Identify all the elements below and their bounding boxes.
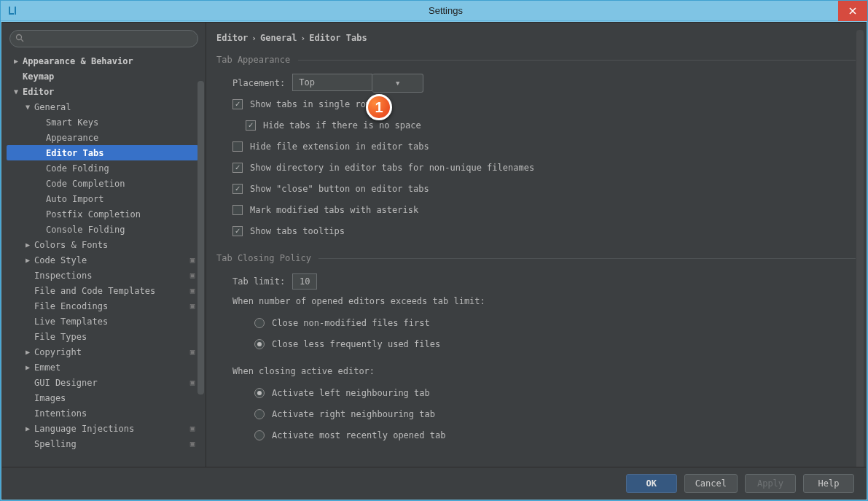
sidebar-item-label: Copyright (33, 347, 187, 357)
tree-arrow-icon: ▶ (11, 57, 21, 65)
sidebar-item-label: File Encodings (33, 301, 187, 311)
tree-arrow-icon: ▶ (23, 424, 33, 432)
cancel-button[interactable]: Cancel (684, 474, 738, 493)
search-input[interactable] (9, 30, 198, 47)
checkbox-label: Show directory in editor tabs for non-un… (250, 163, 534, 173)
sidebar-item-label: Spelling (33, 439, 187, 449)
main-scrollbar[interactable] (856, 30, 864, 467)
checkbox[interactable] (232, 141, 243, 152)
placement-label: Placement: (232, 78, 292, 88)
sidebar-item-auto-import[interactable]: Auto Import (7, 191, 198, 206)
sidebar-item-copyright[interactable]: ▶Copyright▣ (7, 344, 198, 360)
chevron-down-icon[interactable]: ▼ (372, 74, 423, 93)
checkbox-label: Show tabs in single row (250, 99, 371, 109)
project-scope-icon: ▣ (187, 378, 198, 387)
project-scope-icon: ▣ (187, 439, 198, 448)
tree-arrow-icon: ▼ (23, 103, 33, 111)
sidebar-item-code-folding[interactable]: Code Folding (7, 160, 198, 176)
sidebar-item-file-types[interactable]: File Types (7, 329, 198, 344)
close-window-button[interactable] (838, 1, 867, 21)
sidebar-item-label: Postfix Completion (44, 209, 198, 220)
sidebar-item-editor[interactable]: ▼Editor (7, 84, 198, 99)
sidebar-item-spelling[interactable]: Spelling▣ (7, 436, 198, 451)
apply-button[interactable]: Apply (745, 474, 796, 493)
sidebar-item-console-folding[interactable]: Console Folding (7, 222, 198, 237)
sidebar-item-label: Inspections (33, 271, 187, 281)
sidebar-item-colors-fonts[interactable]: ▶Colors & Fonts (7, 237, 198, 252)
placement-value[interactable] (292, 74, 372, 91)
sidebar-item-file-and-code-templates[interactable]: File and Code Templates▣ (7, 283, 198, 298)
checkbox-label: Mark modified tabs with asterisk (250, 205, 418, 215)
radio-label: Activate right neighbouring tab (272, 409, 435, 419)
sidebar-item-appearance-behavior[interactable]: ▶Appearance & Behavior (7, 53, 198, 69)
project-scope-icon: ▣ (187, 347, 198, 357)
sidebar-item-label: Images (33, 393, 198, 403)
sidebar-item-label: Colors & Fonts (33, 240, 198, 250)
radio[interactable] (254, 430, 265, 440)
sidebar-item-label: Smart Keys (44, 117, 198, 128)
radio-label: Close non-modified files first (272, 318, 430, 328)
sidebar-item-live-templates[interactable]: Live Templates (7, 314, 198, 329)
checkbox[interactable] (232, 226, 243, 236)
project-scope-icon: ▣ (187, 255, 198, 265)
sidebar-item-code-style[interactable]: ▶Code Style▣ (7, 252, 198, 268)
checkbox[interactable] (232, 205, 243, 215)
sidebar-item-code-completion[interactable]: Code Completion (7, 176, 198, 191)
sidebar-item-gui-designer[interactable]: GUI Designer▣ (7, 375, 198, 390)
sidebar-item-language-injections[interactable]: ▶Language Injections▣ (7, 421, 198, 436)
sidebar-item-emmet[interactable]: ▶Emmet (7, 360, 198, 375)
tab-limit-input[interactable] (292, 273, 317, 290)
svg-rect-0 (15, 7, 16, 15)
sidebar-item-label: Appearance & Behavior (21, 56, 198, 66)
breadcrumb: Editor›General›Editor Tabs (216, 30, 856, 53)
radio[interactable] (254, 318, 265, 328)
help-button[interactable]: Help (803, 474, 854, 493)
sidebar-item-file-encodings[interactable]: File Encodings▣ (7, 298, 198, 314)
sidebar-item-images[interactable]: Images (7, 390, 198, 405)
project-scope-icon: ▣ (187, 271, 198, 280)
checkbox[interactable] (232, 184, 243, 194)
checkbox-label: Show tabs tooltips (250, 226, 345, 236)
checkbox[interactable] (232, 163, 243, 173)
ok-button[interactable]: OK (626, 474, 677, 493)
sidebar-item-label: Code Style (33, 255, 187, 265)
sidebar-scrollbar[interactable] (198, 81, 204, 395)
tree-arrow-icon: ▼ (11, 88, 21, 96)
sidebar-item-intentions[interactable]: Intentions (7, 405, 198, 421)
exceed-heading: When number of opened editors exceeds ta… (232, 292, 856, 312)
tree-arrow-icon: ▶ (23, 256, 33, 264)
sidebar-item-label: Intentions (33, 408, 198, 419)
project-scope-icon: ▣ (187, 301, 198, 311)
sidebar-item-label: Language Injections (33, 424, 187, 434)
sidebar-item-label: Code Completion (44, 179, 198, 189)
checkbox-label: Hide tabs if there is no space (263, 120, 421, 131)
sidebar-item-general[interactable]: ▼General (7, 99, 198, 114)
radio[interactable] (254, 388, 265, 398)
checkbox-label: Hide file extension in editor tabs (250, 141, 429, 152)
sidebar-item-label: Live Templates (33, 316, 198, 327)
placement-select[interactable]: ▼ (292, 74, 423, 93)
checkbox[interactable] (246, 120, 256, 131)
tree-arrow-icon: ▶ (23, 363, 33, 371)
sidebar-item-appearance[interactable]: Appearance (7, 130, 198, 145)
sidebar-item-smart-keys[interactable]: Smart Keys (7, 114, 198, 130)
sidebar-item-keymap[interactable]: Keymap (7, 69, 198, 84)
settings-tree[interactable]: ▶Appearance & BehaviorKeymap▼Editor▼Gene… (7, 53, 206, 462)
sidebar-item-label: Emmet (33, 362, 198, 373)
settings-main-panel: Editor›General›Editor Tabs Tab Appearanc… (206, 23, 866, 467)
sidebar-item-inspections[interactable]: Inspections▣ (7, 268, 198, 283)
checkbox-label: Show "close" button on editor tabs (250, 184, 429, 194)
radio[interactable] (254, 409, 265, 419)
sidebar-item-label: General (33, 102, 198, 112)
radio[interactable] (254, 339, 265, 349)
sidebar-item-label: Appearance (44, 133, 198, 143)
radio-label: Activate left neighbouring tab (272, 388, 430, 398)
checkbox[interactable] (232, 99, 243, 109)
settings-sidebar: ▶Appearance & BehaviorKeymap▼Editor▼Gene… (2, 23, 206, 467)
svg-line-2 (21, 39, 23, 42)
dialog-footer: OK Cancel Apply Help (2, 467, 866, 499)
svg-point-1 (17, 35, 22, 40)
sidebar-item-postfix-completion[interactable]: Postfix Completion (7, 206, 198, 222)
sidebar-item-editor-tabs[interactable]: Editor Tabs (7, 145, 198, 160)
sidebar-item-label: GUI Designer (33, 378, 187, 388)
